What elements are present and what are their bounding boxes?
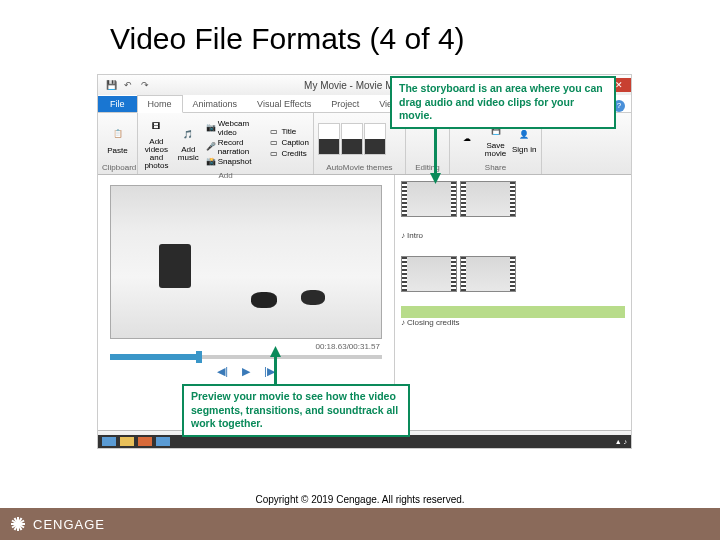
caption-icon: ▭ — [269, 138, 279, 148]
brand-text: CENGAGE — [33, 517, 105, 532]
group-clipboard: Clipboard — [102, 162, 133, 172]
cengage-logo: CENGAGE — [0, 514, 105, 534]
paste-button[interactable]: 📋 Paste — [102, 123, 133, 155]
record-label: Record narration — [218, 138, 267, 156]
caption-button[interactable]: ▭Caption — [269, 138, 309, 148]
title-button[interactable]: ▭Title — [269, 127, 309, 137]
taskbar-item[interactable] — [102, 437, 116, 446]
qat-redo-icon[interactable]: ↷ — [138, 78, 152, 92]
storyboard-pane[interactable]: ♪Intro ♪Closing credits — [394, 175, 631, 430]
add-music-button[interactable]: 🎵 Add music — [174, 123, 203, 162]
clip-thumbnail[interactable] — [460, 181, 516, 217]
webcam-button[interactable]: 📷Webcam video — [206, 119, 267, 137]
credits-label: Credits — [281, 149, 306, 158]
dog-figure — [301, 290, 325, 305]
prev-button[interactable]: ◀| — [217, 365, 228, 378]
qat-undo-icon[interactable]: ↶ — [121, 78, 135, 92]
audio-track[interactable] — [401, 306, 625, 318]
credits-button[interactable]: ▭Credits — [269, 149, 309, 159]
clip-thumbnail[interactable] — [401, 256, 457, 292]
callout-storyboard: The storyboard is an area where you can … — [390, 76, 616, 129]
record-button[interactable]: 🎤Record narration — [206, 138, 267, 156]
taskbar-clock: ▲ ♪ — [615, 438, 627, 445]
themes-gallery[interactable] — [318, 123, 386, 155]
credits-icon: ▭ — [269, 149, 279, 159]
slide-title: Video File Formats (4 of 4) — [0, 0, 720, 56]
theme-item[interactable] — [318, 123, 340, 155]
tab-home[interactable]: Home — [137, 95, 183, 113]
callout-preview: Preview your movie to see how the video … — [182, 384, 410, 437]
snapshot-label: Snapshot — [218, 157, 252, 166]
music-note-icon: ♪ — [401, 318, 405, 327]
skydrive-button[interactable]: ☁ — [454, 128, 480, 150]
title-label: Title — [281, 127, 296, 136]
signin-label: Sign in — [512, 146, 536, 154]
dog-figure — [251, 292, 277, 308]
taskbar-item[interactable] — [120, 437, 134, 446]
save-movie-label: Save movie — [483, 142, 509, 158]
tab-project[interactable]: Project — [321, 96, 369, 112]
intro-label: Intro — [407, 231, 423, 240]
paste-label: Paste — [107, 146, 127, 155]
taskbar: ▲ ♪ — [98, 435, 631, 448]
tab-animations[interactable]: Animations — [183, 96, 248, 112]
closing-label: Closing credits — [407, 318, 459, 327]
add-videos-label: Add videos and photos — [142, 138, 171, 170]
mic-icon: 🎤 — [206, 142, 216, 152]
film-icon: 🎞 — [145, 115, 167, 137]
video-preview[interactable] — [110, 185, 382, 339]
add-music-label: Add music — [174, 146, 203, 162]
tab-visual-effects[interactable]: Visual Effects — [247, 96, 321, 112]
copyright-text: Copyright © 2019 Cengage. All rights res… — [0, 494, 720, 505]
timecode: 00:18.63/00:31.57 — [110, 339, 382, 351]
group-themes: AutoMovie themes — [318, 162, 401, 172]
cloud-icon: ☁ — [456, 128, 478, 150]
footer-bar: CENGAGE — [0, 508, 720, 540]
taskbar-item[interactable] — [156, 437, 170, 446]
webcam-label: Webcam video — [218, 119, 267, 137]
group-editing: Editing — [410, 162, 445, 172]
file-tab[interactable]: File — [98, 96, 137, 112]
clip-thumbnail[interactable] — [460, 256, 516, 292]
theme-item[interactable] — [341, 123, 363, 155]
theme-item[interactable] — [364, 123, 386, 155]
music-icon: 🎵 — [177, 123, 199, 145]
add-videos-button[interactable]: 🎞 Add videos and photos — [142, 115, 171, 170]
title-icon: ▭ — [269, 127, 279, 137]
starburst-icon — [8, 514, 28, 534]
camera-icon: 📸 — [206, 157, 216, 167]
music-note-icon: ♪ — [401, 231, 405, 240]
clipboard-icon: 📋 — [107, 123, 129, 145]
caption-label: Caption — [281, 138, 309, 147]
webcam-icon: 📷 — [206, 123, 216, 133]
callout-arrow — [434, 127, 437, 175]
snapshot-button[interactable]: 📸Snapshot — [206, 157, 267, 167]
callout-arrow — [274, 354, 277, 384]
group-share: Share — [454, 162, 537, 172]
scrubber-head[interactable] — [196, 351, 202, 363]
play-button[interactable]: ▶ — [242, 365, 250, 378]
taskbar-item[interactable] — [138, 437, 152, 446]
scrubber[interactable] — [110, 355, 382, 359]
qat-save-icon[interactable]: 💾 — [104, 78, 118, 92]
sled-figure — [159, 244, 191, 288]
clip-thumbnail[interactable] — [401, 181, 457, 217]
